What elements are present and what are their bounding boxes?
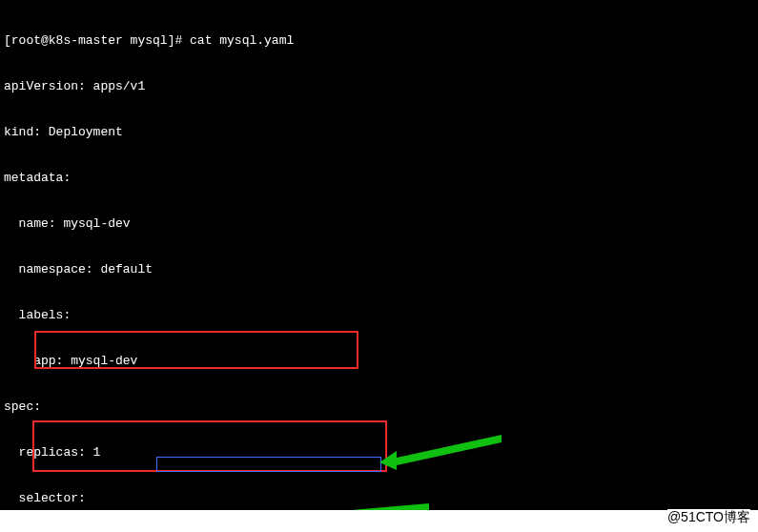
yaml-line: replicas: 1 bbox=[4, 445, 754, 460]
yaml-line: apiVersion: apps/v1 bbox=[4, 79, 754, 94]
prompt-line-1[interactable]: [root@k8s-master mysql]# cat mysql.yaml bbox=[4, 33, 754, 49]
yaml-line: labels: bbox=[4, 308, 754, 323]
yaml-line: app: mysql-dev bbox=[4, 354, 754, 369]
command-text: cat mysql.yaml bbox=[190, 33, 294, 48]
shell-prompt: [root@k8s-master mysql]# bbox=[4, 33, 190, 48]
yaml-line: namespace: default bbox=[4, 262, 754, 277]
yaml-line: spec: bbox=[4, 399, 754, 415]
watermark-text: @51CTO博客 bbox=[667, 509, 750, 526]
yaml-line: metadata: bbox=[4, 171, 754, 186]
yaml-line: selector: bbox=[4, 491, 754, 506]
yaml-line: kind: Deployment bbox=[4, 125, 754, 140]
terminal-window[interactable]: [root@k8s-master mysql]# cat mysql.yaml … bbox=[0, 0, 758, 532]
footer-strip bbox=[0, 510, 758, 532]
yaml-line: name: mysql-dev bbox=[4, 216, 754, 232]
